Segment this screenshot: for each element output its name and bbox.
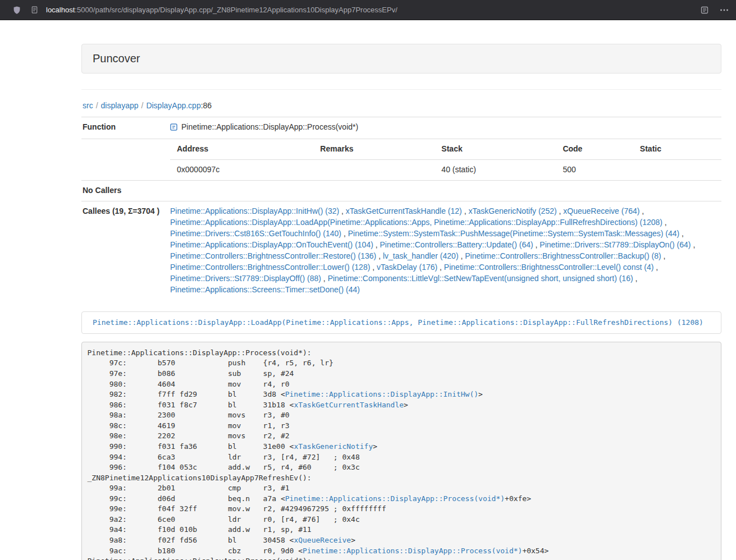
asm-line: 99c: d06d beq.n a7a <Pinetime::Applicati… [88, 494, 716, 504]
callee-link[interactable]: Pinetime::Drivers::St7789::DisplayOff() … [170, 274, 321, 283]
asm-line: 9ac: b180 cbz r0, 9d0 <Pinetime::Applica… [88, 546, 716, 557]
callees-row: Callees (19, Σ=3704 ) Pinetime::Applicat… [81, 201, 721, 300]
col-header-remarks: Remarks [313, 139, 435, 159]
asm-line: 99a: 2b01 cmp r3, #1 [88, 483, 716, 494]
asm-symbol-link[interactable]: xQueueReceive [294, 536, 351, 544]
breadcrumb-separator: / [96, 101, 98, 110]
shield-icon[interactable] [12, 6, 21, 15]
main-content: Puncover src/displayapp/DisplayApp.cpp:8… [81, 44, 721, 560]
asm-symbol-link[interactable]: xTaskGenericNotify [294, 442, 373, 451]
callee-link[interactable]: Pinetime::Applications::DisplayApp::Init… [170, 206, 339, 215]
callee-link[interactable]: xQueueReceive (764) [563, 206, 639, 215]
col-header-stack: Stack [435, 139, 556, 159]
disassembly-block: Pinetime::Applications::DisplayApp::Proc… [81, 342, 721, 560]
callee-link[interactable]: Pinetime::Drivers::St7789::DisplayOn() (… [540, 240, 691, 249]
asm-line: 996: f104 053c add.w r5, r4, #60 ; 0x3c [88, 462, 716, 473]
browser-bar: localhost:5000/path/src/displayapp/Displ… [0, 0, 736, 20]
asm-line: 994: 6ca3 ldr r3, [r4, #72] ; 0x48 [88, 452, 716, 463]
breadcrumb-item-displayapp[interactable]: displayapp [101, 101, 139, 110]
asm-line: 9a2: 6ce0 ldr r0, [r4, #76] ; 0x4c [88, 515, 716, 525]
breadcrumb: src/displayapp/DisplayApp.cpp:86 [83, 101, 721, 110]
url-path: :5000/path/src/displayapp/DisplayApp.cpp… [75, 6, 397, 14]
function-details-row: Address Remarks Stack Code Static 0x0000… [81, 139, 721, 180]
divider [81, 89, 721, 90]
app-title-link[interactable]: Puncover [93, 52, 140, 65]
callers-row: No Callers [81, 180, 721, 201]
col-header-address: Address [170, 139, 313, 159]
callers-label: No Callers [81, 180, 166, 201]
asm-line: Pinetime::Applications::DisplayApp::Proc… [88, 348, 716, 359]
url-bar[interactable]: localhost:5000/path/src/displayapp/Displ… [46, 6, 397, 14]
asm-line: 9a8: f02f fd56 bl 30458 <xQueueReceive> [88, 535, 716, 546]
callee-link[interactable]: xTaskGetCurrentTaskHandle (12) [346, 206, 462, 215]
reader-mode-icon[interactable] [700, 6, 709, 15]
asm-line: 99e: f04f 32ff mov.w r2, #4294967295 ; 0… [88, 504, 716, 515]
callee-link[interactable]: Pinetime::Controllers::BrightnessControl… [170, 263, 370, 272]
code-value: 500 [556, 159, 633, 180]
app-title-panel: Puncover [81, 44, 721, 74]
asm-line: 98c: 4619 mov r1, r3 [88, 421, 716, 432]
function-type-icon [170, 123, 177, 134]
callee-link[interactable]: Pinetime::Controllers::Battery::Update()… [380, 240, 533, 249]
asm-symbol-link[interactable]: Pinetime::Applications::DisplayApp::Proc… [285, 494, 505, 503]
asm-symbol-link[interactable]: xTaskGetCurrentTaskHandle [294, 401, 404, 409]
more-menu-icon[interactable] [719, 6, 729, 15]
asm-line: Pinetime::Applications::DisplayApp::Proc… [88, 556, 716, 560]
callee-link[interactable]: Pinetime::Applications::Screens::Timer::… [170, 285, 360, 294]
url-host: localhost [46, 6, 75, 14]
selected-symbol-link[interactable]: Pinetime::Applications::DisplayApp::Load… [93, 318, 703, 327]
col-header-static: Static [633, 139, 721, 159]
function-label: Function [81, 117, 166, 139]
asm-line: 98a: 2300 movs r3, #0 [88, 410, 716, 421]
callee-link[interactable]: Pinetime::Controllers::BrightnessControl… [444, 263, 653, 272]
selected-symbol-box: Pinetime::Applications::DisplayApp::Load… [81, 311, 721, 334]
page-info-icon[interactable] [30, 6, 39, 14]
callee-link[interactable]: Pinetime::Controllers::BrightnessControl… [465, 251, 661, 260]
function-detail-table: Address Remarks Stack Code Static 0x0000… [170, 139, 721, 180]
address-value: 0x0000097c [170, 159, 313, 180]
callee-link[interactable]: Pinetime::Applications::DisplayApp::Load… [170, 218, 662, 227]
callee-link[interactable]: Pinetime::Controllers::BrightnessControl… [170, 251, 376, 260]
col-header-code: Code [556, 139, 633, 159]
callees-list: Pinetime::Applications::DisplayApp::Init… [166, 201, 721, 300]
table-row: 0x0000097c 40 (static) 500 [170, 159, 721, 180]
asm-line: 986: f031 f8c7 bl 31b18 <xTaskGetCurrent… [88, 400, 716, 411]
asm-line: 982: f7ff fd29 bl 3d8 <Pinetime::Applica… [88, 389, 716, 400]
function-symbol-name: Pinetime::Applications::DisplayApp::Proc… [181, 122, 358, 131]
asm-line: 990: f031 fa36 bl 31e00 <xTaskGenericNot… [88, 442, 716, 452]
breadcrumb-separator: / [141, 101, 144, 110]
breadcrumb-line-number: :86 [201, 101, 212, 110]
breadcrumb-item-src[interactable]: src [83, 101, 93, 110]
callee-link[interactable]: vTaskDelay (176) [377, 263, 437, 272]
asm-line: 98e: 2202 movs r2, #2 [88, 431, 716, 442]
asm-line: 97e: b086 sub sp, #24 [88, 369, 716, 379]
asm-line: 9a4: f10d 010b add.w r1, sp, #11 [88, 525, 716, 535]
asm-symbol-link[interactable]: Pinetime::Applications::DisplayApp::Init… [285, 390, 478, 398]
callee-link[interactable]: Pinetime::Drivers::Cst816S::GetTouchInfo… [170, 229, 341, 238]
asm-line: _ZN8Pinetime12Applications10DisplayApp7R… [88, 473, 716, 484]
function-row: Function Pinetime::Applications::Display… [81, 117, 721, 139]
asm-line: 97c: b570 push {r4, r5, r6, lr} [88, 358, 716, 369]
callee-link[interactable]: Pinetime::Applications::DisplayApp::OnTo… [170, 240, 373, 249]
callee-link[interactable]: Pinetime::Components::LittleVgl::SetNewT… [328, 274, 633, 283]
breadcrumb-item-file[interactable]: DisplayApp.cpp [146, 101, 200, 110]
callees-label: Callees (19, Σ=3704 ) [81, 201, 166, 300]
static-value [633, 159, 721, 180]
stack-value: 40 (static) [435, 159, 556, 180]
asm-symbol-link[interactable]: Pinetime::Applications::DisplayApp::Proc… [303, 547, 522, 555]
callee-link[interactable]: Pinetime::System::SystemTask::PushMessag… [348, 229, 680, 238]
remarks-value [313, 159, 435, 180]
symbol-table: Function Pinetime::Applications::Display… [81, 117, 721, 300]
asm-line: 980: 4604 mov r4, r0 [88, 379, 716, 390]
callee-link[interactable]: xTaskGenericNotify (252) [468, 206, 556, 215]
callee-link[interactable]: lv_task_handler (420) [383, 251, 459, 260]
